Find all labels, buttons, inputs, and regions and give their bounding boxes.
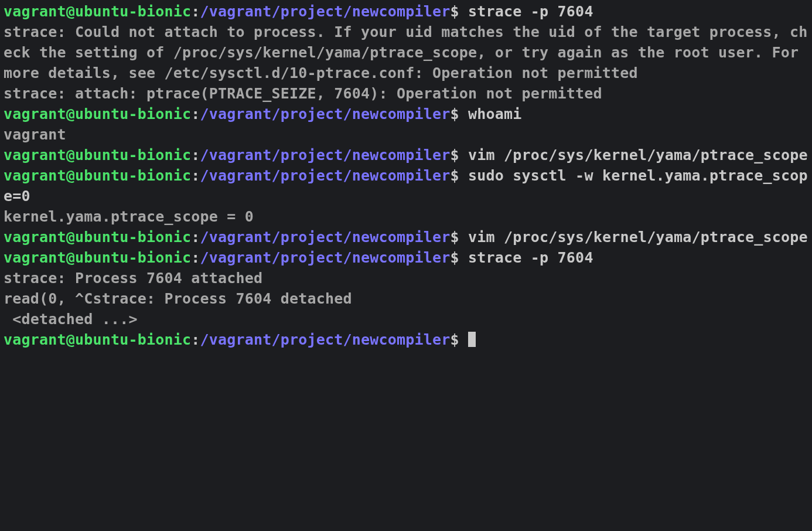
prompt-user: vagrant@ubuntu-bionic [4, 147, 191, 164]
prompt-user: vagrant@ubuntu-bionic [4, 3, 191, 20]
prompt-line: vagrant@ubuntu-bionic:/vagrant/project/n… [4, 104, 808, 124]
output-line: <detached ...> [4, 309, 808, 329]
prompt-user: vagrant@ubuntu-bionic [4, 105, 191, 122]
prompt-symbol: $ [451, 147, 469, 164]
prompt-symbol: $ [451, 229, 469, 246]
command-text: strace -p 7604 [468, 3, 593, 20]
output-text: strace: Process 7604 attached [4, 270, 262, 287]
prompt-symbol: $ [451, 105, 469, 122]
command-text: strace -p 7604 [468, 249, 593, 266]
output-text: strace: Could not attach to process. If … [4, 23, 808, 81]
prompt-path: /vagrant/project/newcompiler [200, 147, 451, 164]
prompt-user: vagrant@ubuntu-bionic [4, 167, 191, 184]
output-text: read(0, ^Cstrace: Process 7604 detached [4, 290, 352, 307]
prompt-separator: : [191, 3, 200, 20]
prompt-path: /vagrant/project/newcompiler [200, 249, 451, 266]
output-text: <detached ...> [4, 311, 138, 328]
prompt-separator: : [191, 249, 200, 266]
terminal-output[interactable]: vagrant@ubuntu-bionic:/vagrant/project/n… [0, 0, 812, 351]
output-text: vagrant [4, 126, 66, 143]
output-text: kernel.yama.ptrace_scope = 0 [4, 208, 254, 225]
command-text: whoami [468, 105, 522, 122]
output-line: strace: Could not attach to process. If … [4, 22, 808, 83]
output-line: vagrant [4, 124, 808, 145]
cursor [468, 332, 476, 347]
output-line: read(0, ^Cstrace: Process 7604 detached [4, 288, 808, 309]
prompt-user: vagrant@ubuntu-bionic [4, 249, 191, 266]
prompt-path: /vagrant/project/newcompiler [200, 105, 451, 122]
output-line: strace: Process 7604 attached [4, 268, 808, 288]
prompt-line: vagrant@ubuntu-bionic:/vagrant/project/n… [4, 1, 808, 22]
prompt-line: vagrant@ubuntu-bionic:/vagrant/project/n… [4, 227, 808, 247]
prompt-path: /vagrant/project/newcompiler [200, 3, 451, 20]
output-text: strace: attach: ptrace(PTRACE_SEIZE, 760… [4, 85, 602, 102]
command-text: vim /proc/sys/kernel/yama/ptrace_scope [468, 147, 808, 164]
prompt-line: vagrant@ubuntu-bionic:/vagrant/project/n… [4, 329, 808, 350]
prompt-symbol: $ [451, 3, 469, 20]
prompt-user: vagrant@ubuntu-bionic [4, 331, 191, 348]
prompt-symbol: $ [451, 249, 469, 266]
prompt-separator: : [191, 331, 200, 348]
prompt-separator: : [191, 229, 200, 246]
prompt-separator: : [191, 147, 200, 164]
command-text: vim /proc/sys/kernel/yama/ptrace_scope [468, 229, 808, 246]
output-line: kernel.yama.ptrace_scope = 0 [4, 206, 808, 227]
prompt-path: /vagrant/project/newcompiler [200, 167, 451, 184]
prompt-symbol: $ [451, 331, 469, 348]
prompt-path: /vagrant/project/newcompiler [200, 229, 451, 246]
output-line: strace: attach: ptrace(PTRACE_SEIZE, 760… [4, 83, 808, 104]
prompt-separator: : [191, 167, 200, 184]
prompt-symbol: $ [451, 167, 469, 184]
prompt-line: vagrant@ubuntu-bionic:/vagrant/project/n… [4, 145, 808, 165]
prompt-path: /vagrant/project/newcompiler [200, 331, 451, 348]
prompt-separator: : [191, 105, 200, 122]
prompt-line: vagrant@ubuntu-bionic:/vagrant/project/n… [4, 247, 808, 268]
prompt-line: vagrant@ubuntu-bionic:/vagrant/project/n… [4, 165, 808, 206]
prompt-user: vagrant@ubuntu-bionic [4, 229, 191, 246]
